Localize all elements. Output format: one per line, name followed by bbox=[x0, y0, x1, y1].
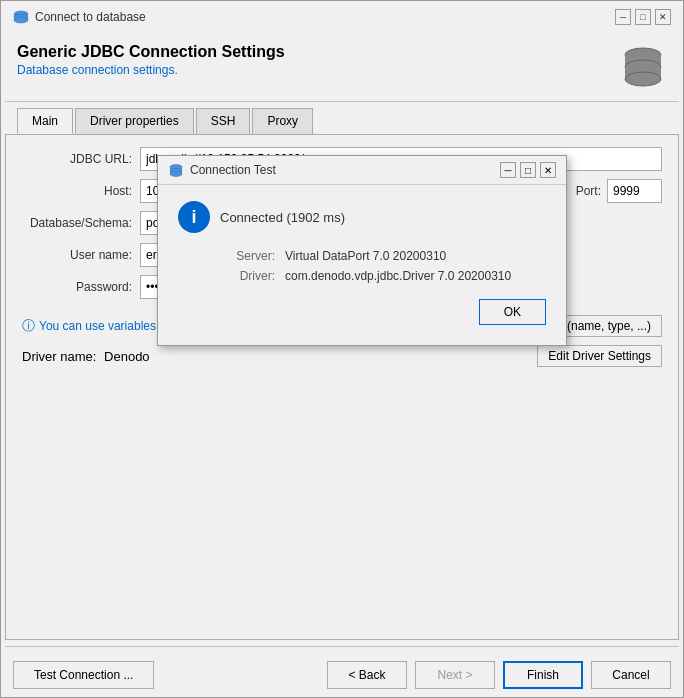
modal-overlay: Connection Test ─ □ ✕ i Connected (1902 … bbox=[6, 135, 678, 639]
next-button[interactable]: Next > bbox=[415, 661, 495, 689]
tabs-container: Main Driver properties SSH Proxy bbox=[1, 102, 683, 134]
tab-main[interactable]: Main bbox=[17, 108, 73, 134]
tab-proxy[interactable]: Proxy bbox=[252, 108, 313, 134]
tab-driver-properties[interactable]: Driver properties bbox=[75, 108, 194, 134]
modal-minimize-button[interactable]: ─ bbox=[500, 162, 516, 178]
modal-title-left: Connection Test bbox=[168, 162, 276, 178]
header-area: Generic JDBC Connection Settings Databas… bbox=[1, 33, 683, 101]
ok-button[interactable]: OK bbox=[479, 299, 546, 325]
svg-point-9 bbox=[625, 72, 661, 86]
modal-status-text: Connected (1902 ms) bbox=[220, 210, 345, 225]
page-subtitle: Database connection settings. bbox=[17, 63, 285, 77]
modal-status-row: i Connected (1902 ms) bbox=[178, 201, 546, 233]
driver-detail-row: Driver: com.denodo.vdp.jdbc.Driver 7.0 2… bbox=[220, 269, 546, 283]
window-title: Connect to database bbox=[35, 10, 146, 24]
modal-maximize-button[interactable]: □ bbox=[520, 162, 536, 178]
modal-ok-row: OK bbox=[178, 299, 546, 325]
test-connection-button[interactable]: Test Connection ... bbox=[13, 661, 154, 689]
modal-body: i Connected (1902 ms) Server: Virtual Da… bbox=[158, 185, 566, 345]
tab-content-main: JDBC URL: Host: Port: Database/Schema: U… bbox=[5, 134, 679, 640]
title-bar-controls: ─ □ ✕ bbox=[615, 9, 671, 25]
bottom-separator bbox=[5, 646, 679, 647]
database-icon bbox=[619, 43, 667, 91]
bottom-buttons: Test Connection ... < Back Next > Finish… bbox=[1, 653, 683, 697]
svg-point-4 bbox=[14, 17, 28, 23]
page-title: Generic JDBC Connection Settings bbox=[17, 43, 285, 61]
server-value: Virtual DataPort 7.0 20200310 bbox=[285, 249, 446, 263]
minimize-button[interactable]: ─ bbox=[615, 9, 631, 25]
modal-details: Server: Virtual DataPort 7.0 20200310 Dr… bbox=[220, 249, 546, 283]
server-detail-row: Server: Virtual DataPort 7.0 20200310 bbox=[220, 249, 546, 263]
header-text: Generic JDBC Connection Settings Databas… bbox=[17, 43, 285, 77]
bottom-left-buttons: Test Connection ... bbox=[13, 661, 154, 689]
back-button[interactable]: < Back bbox=[327, 661, 407, 689]
modal-icon bbox=[168, 162, 184, 178]
title-bar: Connect to database ─ □ ✕ bbox=[1, 1, 683, 33]
bottom-right-buttons: < Back Next > Finish Cancel bbox=[327, 661, 671, 689]
modal-title-bar: Connection Test ─ □ ✕ bbox=[158, 156, 566, 185]
driver-label: Driver: bbox=[220, 269, 275, 283]
main-window: Connect to database ─ □ ✕ Generic JDBC C… bbox=[0, 0, 684, 698]
modal-close-button[interactable]: ✕ bbox=[540, 162, 556, 178]
maximize-button[interactable]: □ bbox=[635, 9, 651, 25]
driver-value: com.denodo.vdp.jdbc.Driver 7.0 20200310 bbox=[285, 269, 511, 283]
connection-test-modal: Connection Test ─ □ ✕ i Connected (1902 … bbox=[157, 155, 567, 346]
server-label: Server: bbox=[220, 249, 275, 263]
modal-title-text: Connection Test bbox=[190, 163, 276, 177]
modal-controls: ─ □ ✕ bbox=[500, 162, 556, 178]
svg-point-14 bbox=[170, 172, 182, 177]
close-button[interactable]: ✕ bbox=[655, 9, 671, 25]
title-bar-left: Connect to database bbox=[13, 9, 146, 25]
tab-ssh[interactable]: SSH bbox=[196, 108, 251, 134]
cancel-button[interactable]: Cancel bbox=[591, 661, 671, 689]
finish-button[interactable]: Finish bbox=[503, 661, 583, 689]
info-circle-icon: i bbox=[178, 201, 210, 233]
window-icon bbox=[13, 9, 29, 25]
